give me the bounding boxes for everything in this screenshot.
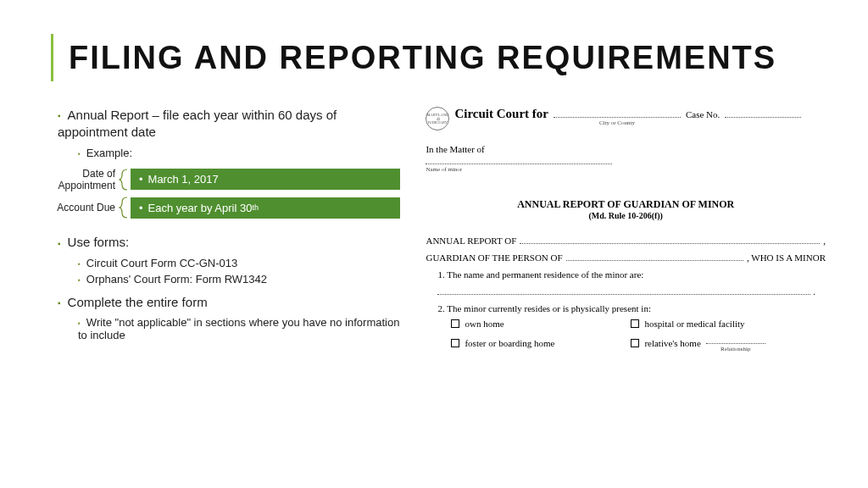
check-own-home: own home <box>451 319 631 329</box>
bullet-ccgn013: Circuit Court Form CC-GN-013 <box>86 257 237 269</box>
check-relative: relative's home Relationship <box>631 334 810 352</box>
label-account-due: Account Due <box>42 202 119 214</box>
blank-q1 <box>437 285 810 295</box>
blank-city-county <box>554 108 681 118</box>
caption-relationship: Relationship <box>706 346 765 352</box>
bullet-na-note: Write "not applicable" in sections where… <box>78 316 399 341</box>
row-appointment: Date of Appointment March 1, 2017 <box>42 168 400 192</box>
blank-minor-name <box>426 154 612 164</box>
caption-city-county: City or County <box>554 119 681 126</box>
checkbox-icon <box>631 319 639 328</box>
brace-icon <box>119 197 131 219</box>
bullet-rw1342: Orphans' Court Form: Form RW1342 <box>86 273 267 286</box>
title-bar: FILING AND REPORTING REQUIREMENTS <box>42 34 826 81</box>
blank-relationship <box>706 334 765 344</box>
example-rows: Date of Appointment March 1, 2017 Accoun… <box>42 168 400 219</box>
check-hospital: hospital or medical facility <box>631 319 810 329</box>
page-title: FILING AND REPORTING REQUIREMENTS <box>69 40 776 76</box>
label-guardian-of: GUARDIAN OF THE PERSON OF <box>426 252 562 263</box>
bullet-annual-report: Annual Report – file each year within 60… <box>58 108 337 139</box>
caption-name-minor: Name of minor <box>426 166 612 173</box>
row-account-due: Account Due Each year by April 30th <box>42 197 400 219</box>
bullet-example: Example: <box>86 147 132 159</box>
check-foster: foster or boarding home <box>451 334 631 352</box>
form-preview: MARYLAND⚖JUDICIARY Circuit Court for Cit… <box>426 107 826 352</box>
label-circuit-court-for: Circuit Court for <box>454 107 548 121</box>
court-seal-icon: MARYLAND⚖JUDICIARY <box>426 107 449 130</box>
accent-bar <box>51 34 53 81</box>
bullet-use-forms: Use forms: <box>68 235 130 249</box>
blank-case-no <box>725 108 801 118</box>
blank-reporter <box>520 234 820 244</box>
checkbox-icon <box>451 339 459 347</box>
checkbox-icon <box>451 319 459 328</box>
bullet-column: Annual Report – file each year within 60… <box>42 107 400 352</box>
label-case-no: Case No. <box>686 109 720 119</box>
label-annual-report-of: ANNUAL REPORT OF <box>426 236 516 246</box>
form-title: ANNUAL REPORT OF GUARDIAN OF MINOR <box>426 198 826 211</box>
label-in-matter: In the Matter of <box>426 144 826 154</box>
question-1: 1. The name and permanent residence of t… <box>437 269 826 280</box>
bar-date-value: March 1, 2017 <box>131 169 400 190</box>
bullet-complete-form: Complete the entire form <box>68 295 208 309</box>
question-2: 2. The minor currently resides or is phy… <box>437 303 826 313</box>
bar-account-value: Each year by April 30th <box>131 197 400 219</box>
brace-icon <box>119 169 131 191</box>
form-rule: (Md. Rule 10-206(f)) <box>426 211 826 220</box>
checkbox-icon <box>631 339 639 347</box>
label-date-appointment: Date of Appointment <box>42 168 119 192</box>
blank-ward <box>566 251 743 261</box>
